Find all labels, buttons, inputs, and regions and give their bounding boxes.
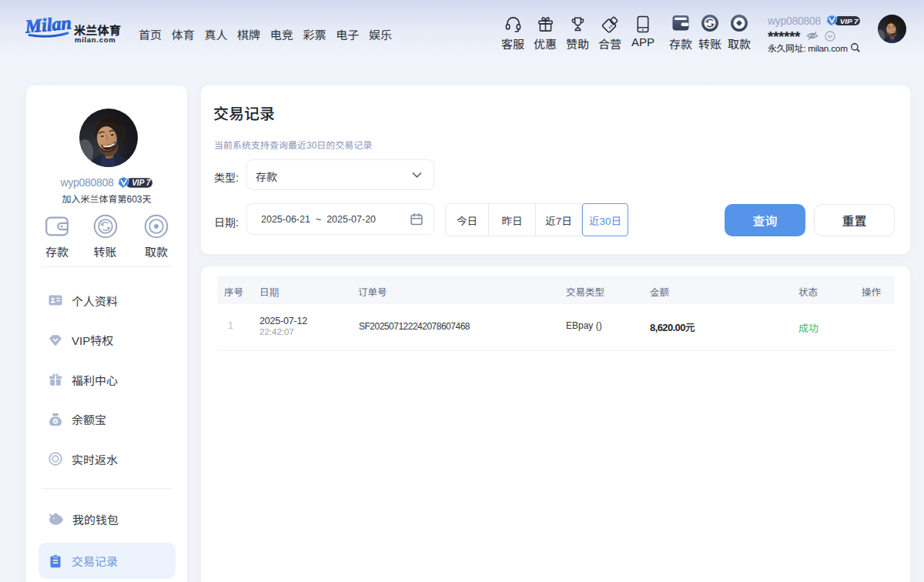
svg-text:VIP 7: VIP 7 (132, 179, 152, 187)
svg-text:VIP 7: VIP 7 (840, 16, 859, 25)
